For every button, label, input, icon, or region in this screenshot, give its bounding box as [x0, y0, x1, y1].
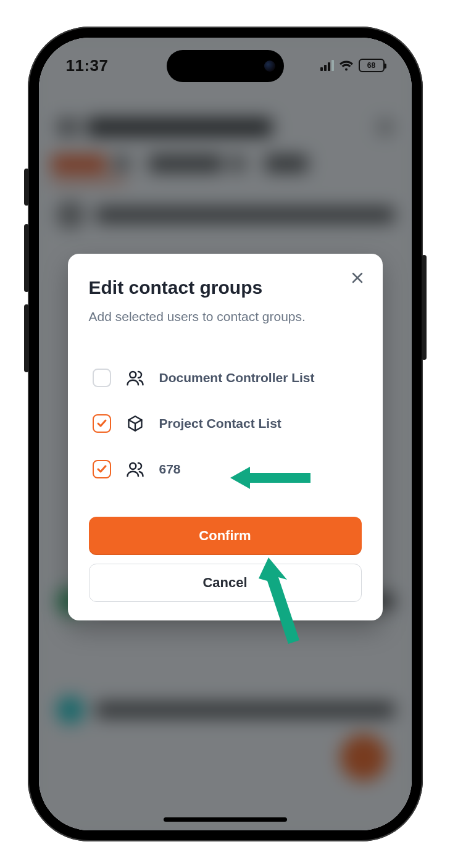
dynamic-island	[167, 50, 284, 82]
cube-icon	[125, 413, 146, 434]
group-row-project-contact[interactable]: Project Contact List	[89, 401, 362, 446]
users-icon	[125, 367, 146, 388]
group-label: Document Controller List	[159, 370, 315, 385]
phone-screen: 11:37 68	[39, 38, 412, 830]
svg-point-1	[130, 463, 136, 469]
cancel-button[interactable]: Cancel	[89, 564, 362, 602]
dialog-actions: Confirm Cancel	[89, 517, 362, 602]
wifi-icon	[339, 59, 354, 72]
home-indicator[interactable]	[164, 817, 287, 822]
users-icon	[125, 459, 146, 480]
cellular-icon	[320, 60, 334, 71]
group-label: Project Contact List	[159, 416, 281, 431]
group-label: 678	[159, 462, 181, 477]
battery-indicator: 68	[359, 59, 385, 72]
dialog-title: Edit contact groups	[89, 277, 362, 298]
phone-side-button	[24, 169, 29, 206]
phone-frame: 11:37 68	[28, 27, 423, 841]
front-camera	[264, 61, 275, 72]
checkbox-678[interactable]	[93, 460, 111, 478]
close-icon	[351, 271, 364, 285]
svg-point-0	[130, 372, 136, 378]
checkbox-project-contact[interactable]	[93, 414, 111, 433]
checkbox-document-controller[interactable]	[93, 369, 111, 387]
dialog-subtitle: Add selected users to contact groups.	[89, 309, 362, 324]
phone-power-button	[422, 255, 427, 360]
group-list: Document Controller List Project Contact…	[89, 355, 362, 492]
group-row-document-controller[interactable]: Document Controller List	[89, 355, 362, 401]
phone-volume-down	[24, 304, 29, 372]
group-row-678[interactable]: 678	[89, 446, 362, 492]
close-button[interactable]	[348, 269, 367, 287]
confirm-button[interactable]: Confirm	[89, 517, 362, 555]
edit-contact-groups-dialog: Edit contact groups Add selected users t…	[68, 254, 383, 620]
status-time: 11:37	[66, 56, 109, 75]
battery-percent: 68	[367, 61, 375, 70]
phone-volume-up	[24, 224, 29, 292]
